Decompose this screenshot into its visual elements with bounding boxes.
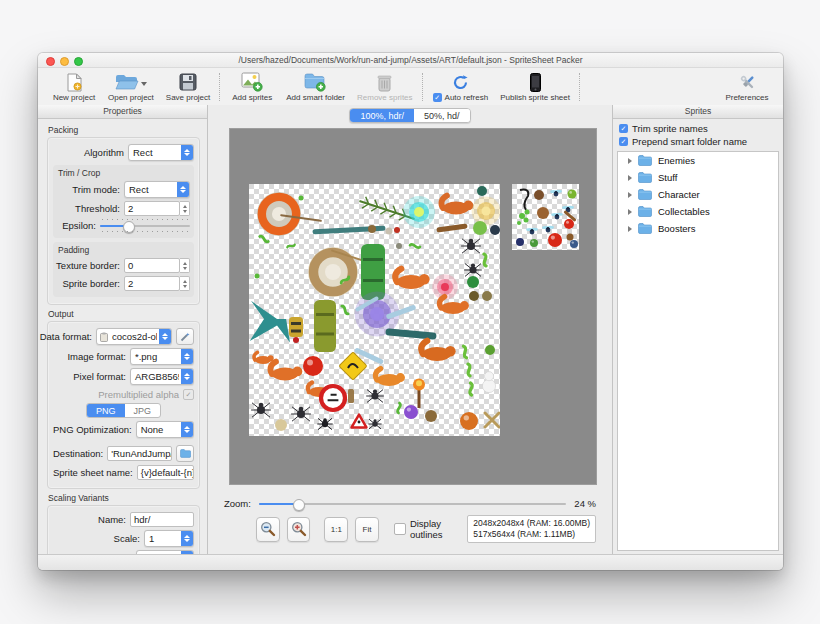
algorithm-dropdown[interactable]: Rect [128, 144, 194, 161]
tab-50-hd[interactable]: 50%, hd/ [414, 109, 470, 122]
actual-size-button[interactable]: 1:1 [324, 517, 348, 542]
data-format-dropdown[interactable]: cocos2d-old [96, 328, 172, 345]
new-project-button[interactable]: New project [46, 68, 102, 106]
trim-crop-box: Trim / Crop Trim mode: Rect Threshold: [53, 165, 194, 238]
output-group-label: Output [48, 309, 200, 319]
dropdown-arrows-icon [181, 369, 193, 384]
wand-icon [180, 332, 190, 342]
auto-refresh-label: Auto refresh [445, 93, 489, 102]
add-sprites-button[interactable]: Add sprites [224, 68, 280, 106]
destination-browse-button[interactable] [176, 445, 194, 462]
sprite-sheet-small-preview [512, 184, 579, 250]
data-format-tool-button[interactable] [176, 328, 194, 345]
toolbar-separator [422, 73, 424, 101]
minimize-button[interactable] [60, 57, 69, 66]
toolbar-spacer [584, 68, 719, 106]
disclosure-triangle-icon[interactable] [628, 158, 632, 164]
zoom-slider[interactable] [259, 497, 566, 510]
sheet-info-line1: 2048x2048x4 (RAM: 16.00MB) [473, 518, 590, 529]
premultiplied-alpha-checkbox[interactable]: ✓ [183, 389, 194, 400]
tab-100-hdr[interactable]: 100%, hdr/ [350, 109, 414, 122]
publish-sprite-sheet-button[interactable]: Publish sprite sheet [494, 68, 576, 106]
sprites-header: Sprites [613, 105, 783, 119]
epsilon-slider[interactable] [100, 219, 190, 232]
sprite-border-stepper[interactable]: 2 [124, 276, 190, 291]
png-optimization-dropdown[interactable]: None [136, 421, 194, 438]
app-window: /Users/hazed/Documents/Work/run-and-jump… [38, 53, 783, 570]
auto-refresh-control[interactable]: ✓ Auto refresh [427, 68, 495, 106]
output-groupbox: Data format: cocos2d-old Image format: [47, 321, 200, 489]
toolbar-separator [579, 73, 581, 101]
prepend-smart-folder-label: Prepend smart folder name [632, 136, 747, 147]
epsilon-label: Epsilon: [62, 220, 96, 231]
open-project-dropdown-icon[interactable] [141, 82, 147, 86]
fit-button[interactable]: Fit [355, 517, 379, 542]
toolbar-separator [219, 73, 221, 101]
add-smart-folder-button[interactable]: Add smart folder [280, 68, 351, 106]
sprite-border-label: Sprite border: [62, 278, 120, 289]
auto-refresh-checkbox[interactable]: ✓ [433, 93, 442, 102]
folder-icon [638, 223, 652, 234]
dropdown-arrows-icon [181, 145, 193, 160]
preferences-button[interactable]: Preferences [719, 68, 775, 106]
variant1-scale-dropdown[interactable]: 1 [144, 530, 194, 547]
dropdown-arrows-icon [181, 349, 193, 364]
display-outlines-checkbox[interactable] [394, 523, 406, 535]
properties-panel: Properties Packing Algorithm Rect Trim /… [38, 105, 208, 555]
folder-row-collectables[interactable]: Collectables [618, 203, 778, 220]
disclosure-triangle-icon[interactable] [628, 192, 632, 198]
padding-box: Padding Texture border: 0 Sprite border: [53, 242, 194, 297]
folder-row-character[interactable]: Character [618, 186, 778, 203]
trim-sprite-names-checkbox[interactable]: ✓ [619, 124, 628, 133]
dropdown-arrows-icon [181, 531, 193, 546]
disclosure-triangle-icon[interactable] [628, 226, 632, 232]
segment-jpg[interactable]: JPG [125, 404, 161, 417]
stepper-arrows-icon[interactable] [180, 258, 190, 273]
disclosure-triangle-icon[interactable] [628, 175, 632, 181]
folder-icon [638, 189, 652, 200]
prepend-smart-folder-checkbox[interactable]: ✓ [619, 137, 628, 146]
pixel-format-dropdown[interactable]: ARGB8565 [130, 368, 194, 385]
image-type-segmented-control: PNG JPG [86, 403, 161, 418]
display-outlines-label: Display outlines [410, 518, 460, 540]
segment-png[interactable]: PNG [87, 404, 125, 417]
sprites-folder-list: EnemiesStuffCharacterCollectablesBooster… [617, 151, 779, 551]
sprite-sheet-name-field[interactable]: {v}default-{n} [137, 465, 194, 480]
sprite-sheet-name-label: Sprite sheet name: [53, 467, 133, 478]
folder-label: Stuff [658, 172, 677, 183]
dropdown-arrows-icon [177, 182, 189, 197]
image-format-dropdown[interactable]: *.png [130, 348, 194, 365]
preview-canvas[interactable] [229, 128, 597, 485]
folder-label: Boosters [658, 223, 696, 234]
zoom-slider-knob[interactable] [293, 499, 305, 511]
folder-row-enemies[interactable]: Enemies [618, 152, 778, 169]
packing-groupbox: Algorithm Rect Trim / Crop Trim mode: Re… [47, 137, 200, 305]
zoom-value: 24 % [574, 498, 596, 509]
preferences-icon [738, 72, 757, 92]
zoom-in-button[interactable] [287, 517, 311, 542]
close-button[interactable] [46, 57, 55, 66]
folder-row-boosters[interactable]: Boosters [618, 220, 778, 237]
stepper-arrows-icon[interactable] [180, 201, 190, 216]
destination-field[interactable]: 'RunAndJump/Resources [107, 446, 172, 461]
open-project-button[interactable]: Open project [102, 68, 160, 106]
main-content: Properties Packing Algorithm Rect Trim /… [38, 105, 783, 555]
preferences-label: Preferences [725, 93, 768, 102]
texture-border-stepper[interactable]: 0 [124, 258, 190, 273]
disclosure-triangle-icon[interactable] [628, 209, 632, 215]
stepper-arrows-icon[interactable] [180, 276, 190, 291]
folder-row-stuff[interactable]: Stuff [618, 169, 778, 186]
trim-sprite-names-label: Trim sprite names [632, 123, 708, 134]
trim-mode-dropdown[interactable]: Rect [124, 181, 190, 198]
scaling-variants-group-label: Scaling Variants [48, 493, 200, 503]
zoom-window-button[interactable] [74, 57, 83, 66]
variant1-name-field[interactable]: hdr/ [130, 512, 194, 527]
zoom-out-button[interactable] [256, 517, 280, 542]
sprite-sheet-large-preview [249, 184, 500, 436]
threshold-stepper[interactable]: 2 [124, 201, 190, 216]
zoom-label: Zoom: [224, 498, 251, 509]
publish-label: Publish sprite sheet [500, 93, 570, 102]
properties-header: Properties [38, 105, 207, 119]
pixel-format-label: Pixel format: [73, 371, 126, 382]
save-project-button[interactable]: Save project [160, 68, 216, 106]
